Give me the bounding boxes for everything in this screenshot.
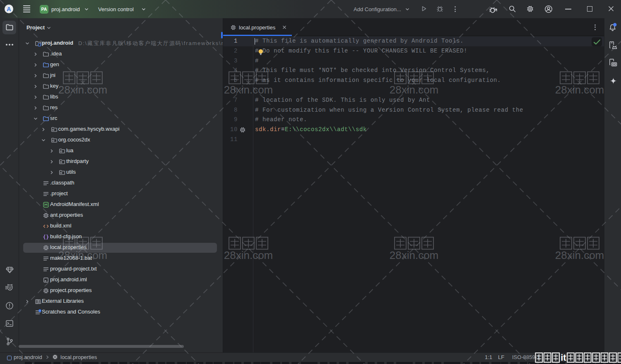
svg-text:it: it bbox=[561, 352, 566, 363]
